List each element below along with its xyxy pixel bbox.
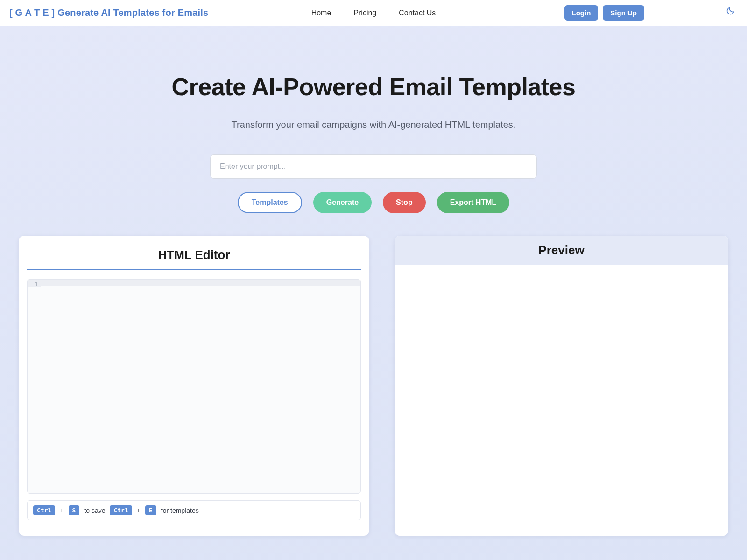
kbd-plus-1: + — [60, 507, 63, 514]
hero-subtitle: Transform your email campaigns with AI-g… — [0, 119, 747, 130]
kbd-s: S — [69, 505, 80, 515]
prompt-input[interactable] — [210, 154, 537, 179]
moon-icon — [726, 7, 735, 18]
nav-link-home[interactable]: Home — [311, 9, 331, 17]
templates-button[interactable]: Templates — [238, 192, 302, 213]
kbd-e: E — [145, 505, 156, 515]
kbd-plus-2: + — [137, 507, 141, 514]
nav-link-contact[interactable]: Contact Us — [399, 9, 436, 17]
preview-panel: Preview — [395, 236, 728, 536]
hero: Create AI-Powered Email Templates Transf… — [0, 73, 747, 130]
code-editor-header-strip — [28, 280, 360, 286]
code-editor[interactable]: 1 — [27, 279, 361, 494]
hero-title: Create AI-Powered Email Templates — [0, 73, 747, 101]
nav-center: Home Pricing Contact Us — [311, 9, 436, 17]
login-button[interactable]: Login — [564, 5, 599, 21]
stop-button[interactable]: Stop — [383, 192, 426, 213]
action-row: Templates Generate Stop Export HTML — [0, 192, 747, 213]
theme-toggle[interactable] — [725, 7, 736, 18]
preview-body — [395, 265, 728, 536]
kbd-ctrl-2: Ctrl — [110, 505, 132, 515]
brand-logo-text[interactable]: [ G A T E ] Generate AI Templates for Em… — [9, 7, 208, 18]
page-body: Create AI-Powered Email Templates Transf… — [0, 26, 747, 560]
editor-title-underline — [27, 269, 361, 270]
shortcut-save-label: to save — [84, 507, 105, 514]
kbd-ctrl-1: Ctrl — [33, 505, 55, 515]
signup-button[interactable]: Sign Up — [603, 5, 644, 21]
nav-link-pricing[interactable]: Pricing — [353, 9, 376, 17]
export-html-button[interactable]: Export HTML — [437, 192, 510, 213]
top-navbar: [ G A T E ] Generate AI Templates for Em… — [0, 0, 747, 26]
prompt-row — [0, 154, 747, 179]
nav-right: Login Sign Up — [564, 5, 645, 21]
preview-title: Preview — [395, 243, 728, 258]
shortcut-bar: Ctrl + S to save Ctrl + E for templates — [27, 500, 361, 520]
preview-header: Preview — [395, 236, 728, 265]
editor-title: HTML Editor — [27, 248, 361, 262]
panels: HTML Editor 1 Ctrl + S to save Ctrl + E … — [19, 236, 728, 536]
code-line-number: 1 — [28, 280, 41, 287]
editor-panel: HTML Editor 1 Ctrl + S to save Ctrl + E … — [19, 236, 369, 536]
generate-button[interactable]: Generate — [313, 192, 372, 213]
shortcut-templates-label: for templates — [161, 507, 199, 514]
